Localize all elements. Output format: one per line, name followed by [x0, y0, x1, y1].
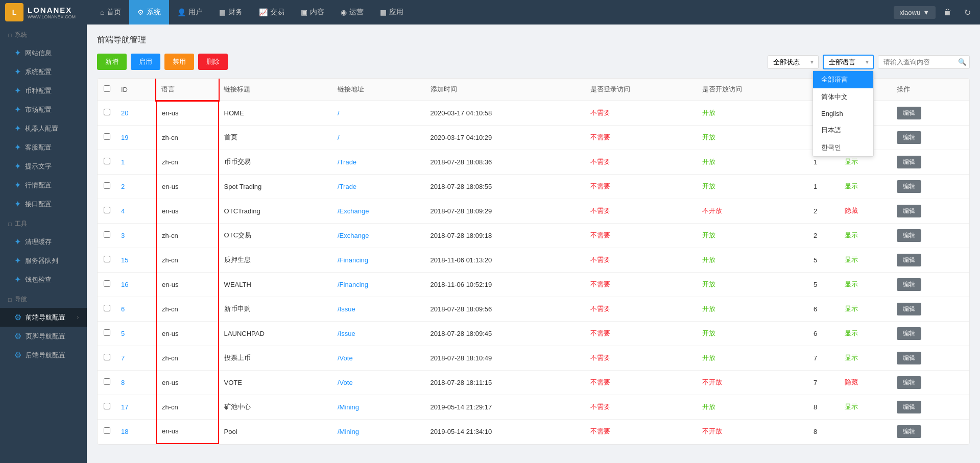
user-menu-button[interactable]: xiaowu ▼ — [894, 6, 936, 19]
sidebar-item-server-queue[interactable]: ✦服务器队列 — [0, 251, 87, 270]
dropdown-item-ja[interactable]: 日本語 — [813, 121, 873, 139]
edit-button[interactable]: 编辑 — [897, 401, 921, 413]
edit-button[interactable]: 编辑 — [897, 229, 921, 242]
th-checkbox — [98, 79, 116, 101]
row-checkbox[interactable] — [104, 354, 110, 360]
td-lang: en-us — [156, 174, 219, 199]
sidebar-item-clear-cache[interactable]: ✦清理缓存 — [0, 232, 87, 251]
edit-button[interactable]: 编辑 — [897, 376, 921, 389]
td-login: 不需要 — [585, 150, 697, 174]
dropdown-item-zh[interactable]: 简体中文 — [813, 88, 873, 106]
dropdown-item-en[interactable]: English — [813, 106, 873, 121]
sidebar-item-currency-config[interactable]: ✦币种配置 — [0, 81, 87, 100]
td-url: / — [332, 125, 425, 150]
td-sort: 8 — [808, 419, 840, 444]
td-open: 不开放 — [697, 199, 808, 223]
filter-area: 全部状态 显示 隐藏 全部语言 简体中文 English 日本語 한국인 — [768, 55, 970, 69]
edit-button[interactable]: 编辑 — [897, 352, 921, 364]
language-filter[interactable]: 全部语言 简体中文 English 日本語 한국인 — [823, 55, 874, 69]
td-open: 开放 — [697, 150, 808, 174]
td-url: /Exchange — [332, 199, 425, 223]
td-title: LAUNCHPAD — [219, 321, 332, 346]
sidebar-group-tools-title: 工具 — [0, 215, 87, 232]
row-checkbox[interactable] — [104, 207, 110, 213]
nav-operations[interactable]: ◉ 运营 — [332, 0, 372, 25]
td-url: /Mining — [332, 419, 425, 444]
sidebar-item-cs-config[interactable]: ✦客服配置 — [0, 138, 87, 157]
td-open: 开放 — [697, 174, 808, 199]
row-checkbox[interactable] — [104, 280, 110, 287]
row-checkbox[interactable] — [104, 427, 110, 434]
sidebar-item-footer-nav[interactable]: ⚙页脚导航配置 — [0, 327, 87, 346]
sidebar-item-frontend-nav[interactable]: ⚙ 前端导航配置 › — [0, 308, 87, 327]
sidebar-group-nav: 导航 ⚙ 前端导航配置 › ⚙页脚导航配置 ⚙后端导航配置 — [0, 291, 87, 364]
edit-button[interactable]: 编辑 — [897, 278, 921, 291]
nav-finance[interactable]: ▦ 财务 — [211, 0, 251, 25]
edit-button[interactable]: 编辑 — [897, 131, 921, 144]
row-checkbox[interactable] — [104, 158, 110, 164]
td-url: / — [332, 101, 425, 125]
td-action: 编辑 — [892, 346, 969, 370]
status-filter[interactable]: 全部状态 显示 隐藏 — [768, 55, 819, 69]
row-checkbox[interactable] — [104, 403, 110, 409]
delete-button[interactable]: 删除 — [198, 54, 228, 70]
nav-home[interactable]: ⌂ 首页 — [92, 0, 129, 25]
edit-button[interactable]: 编辑 — [897, 303, 921, 315]
edit-button[interactable]: 编辑 — [897, 180, 921, 193]
dropdown-item-all[interactable]: 全部语言 — [813, 71, 873, 88]
enable-button[interactable]: 启用 — [131, 54, 160, 70]
disable-button[interactable]: 禁用 — [164, 54, 194, 70]
sidebar-item-robot-config[interactable]: ✦机器人配置 — [0, 119, 87, 138]
row-checkbox[interactable] — [104, 109, 110, 115]
td-checkbox — [98, 199, 116, 223]
sidebar-item-hint-text[interactable]: ✦提示文字 — [0, 157, 87, 176]
nav-system[interactable]: ⚙ 系统 — [129, 0, 169, 25]
sidebar-item-website-info[interactable]: ✦网站信息 — [0, 43, 87, 62]
td-title: 投票上币 — [219, 346, 332, 370]
sidebar-item-wallet-check[interactable]: ✦钱包检查 — [0, 270, 87, 289]
edit-button[interactable]: 编辑 — [897, 205, 921, 217]
dot-icon: ✦ — [14, 142, 21, 152]
sidebar-item-system-config[interactable]: ✦系统配置 — [0, 62, 87, 81]
add-button[interactable]: 新增 — [97, 54, 127, 70]
edit-button[interactable]: 编辑 — [897, 327, 921, 340]
refresh-icon-button[interactable]: ↻ — [960, 5, 975, 20]
td-login: 不需要 — [585, 174, 697, 199]
td-status: 显示 — [840, 223, 892, 248]
select-all-checkbox[interactable] — [104, 85, 110, 92]
row-checkbox[interactable] — [104, 133, 110, 140]
search-input[interactable] — [878, 55, 970, 69]
row-checkbox[interactable] — [104, 305, 110, 311]
td-status: 显示 — [840, 346, 892, 370]
language-filter-wrapper: 全部语言 简体中文 English 日本語 한국인 全部语言 简体中文 Engl… — [823, 55, 874, 69]
td-time: 2018-07-28 18:09:18 — [425, 223, 586, 248]
td-title: WEALTH — [219, 272, 332, 297]
dot-icon: ✦ — [14, 67, 21, 77]
sidebar-item-backend-nav[interactable]: ⚙后端导航配置 — [0, 346, 87, 364]
row-checkbox[interactable] — [104, 329, 110, 336]
nav-content[interactable]: ▣ 内容 — [293, 0, 332, 25]
td-status: 隐藏 — [840, 199, 892, 223]
td-status: 显示 — [840, 272, 892, 297]
edit-button[interactable]: 编辑 — [897, 425, 921, 438]
nav-trade[interactable]: 📈 交易 — [251, 0, 293, 25]
sidebar-item-api-config[interactable]: ✦接口配置 — [0, 194, 87, 213]
row-checkbox[interactable] — [104, 182, 110, 189]
td-login: 不需要 — [585, 125, 697, 150]
nav-user[interactable]: 👤 用户 — [169, 0, 211, 25]
sidebar-group-tools: 工具 ✦清理缓存 ✦服务器队列 ✦钱包检查 — [0, 215, 87, 289]
sidebar-item-market-data-config[interactable]: ✦行情配置 — [0, 176, 87, 194]
row-checkbox[interactable] — [104, 378, 110, 385]
row-checkbox[interactable] — [104, 256, 110, 262]
td-status — [840, 419, 892, 444]
edit-button[interactable]: 编辑 — [897, 156, 921, 168]
edit-button[interactable]: 编辑 — [897, 254, 921, 266]
delete-icon-button[interactable]: 🗑 — [940, 5, 956, 19]
dropdown-item-ko[interactable]: 한국인 — [813, 139, 873, 156]
td-id: 20 — [116, 101, 156, 125]
edit-button[interactable]: 编辑 — [897, 107, 921, 119]
row-checkbox[interactable] — [104, 231, 110, 238]
sidebar-item-market-config[interactable]: ✦市场配置 — [0, 100, 87, 119]
nav-apps[interactable]: ▦ 应用 — [372, 0, 412, 25]
search-button[interactable]: 🔍 — [958, 58, 967, 66]
